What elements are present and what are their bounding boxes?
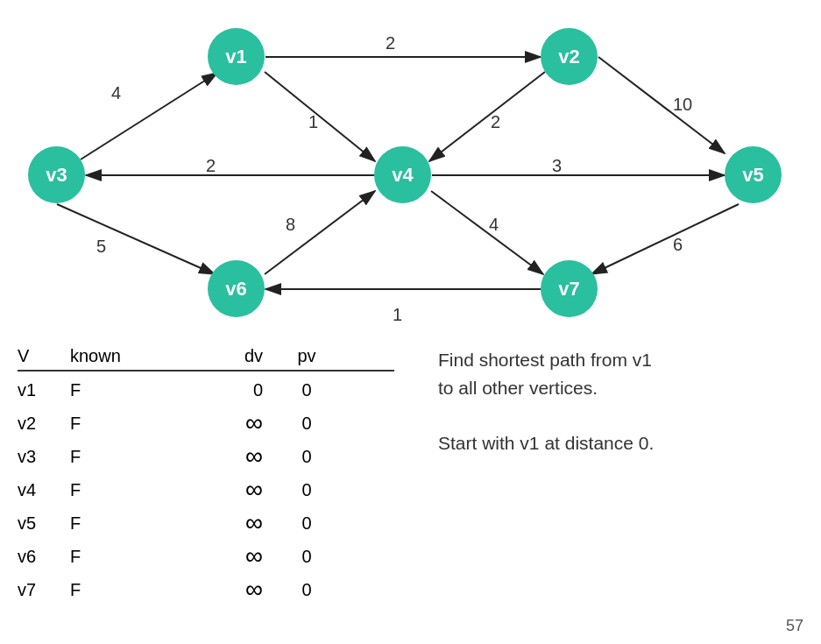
edge-label-v2-v4: 2 (491, 112, 500, 132)
desc-line1: Find shortest path from v1 to all other … (438, 346, 806, 401)
row-v6-v: v6 (18, 547, 70, 567)
row-v5-v: v5 (18, 513, 70, 534)
edge-label-v1-v2: 2 (386, 33, 395, 53)
table-row: v1 F 0 0 (18, 375, 421, 405)
row-v3-known: F (70, 447, 175, 467)
desc-line4: Start with v1 at distance 0. (438, 429, 806, 457)
table-header: V known dv pv (18, 346, 421, 366)
node-v5: v5 (725, 146, 782, 203)
row-v4-pv: 0 (280, 480, 333, 500)
row-v1-known: F (70, 380, 175, 400)
header-pv: pv (280, 346, 333, 366)
node-v3: v3 (28, 146, 85, 203)
edge-v4-v7 (431, 191, 543, 274)
row-v2-pv: 0 (280, 414, 333, 434)
table-row: v7 F ∞ 0 (18, 575, 421, 605)
row-v1-pv: 0 (280, 380, 333, 400)
table-row: v3 F ∞ 0 (18, 442, 421, 471)
edge-v2-v4 (429, 72, 545, 161)
edge-v6-v4 (265, 191, 375, 274)
row-v5-known: F (70, 513, 175, 534)
row-v3-dv: ∞ (175, 444, 280, 469)
row-v7-known: F (70, 580, 175, 600)
edge-v5-v7 (591, 204, 739, 274)
row-v2-v: v2 (18, 414, 70, 434)
edge-label-v5-v7: 6 (673, 235, 683, 255)
row-v6-pv: 0 (280, 547, 333, 567)
node-v7: v7 (541, 260, 598, 317)
edge-v3-v1 (81, 73, 217, 159)
edge-label-v2-v5: 10 (673, 95, 692, 115)
description-area: Find shortest path from v1 to all other … (438, 346, 806, 456)
row-v6-dv: ∞ (175, 544, 280, 569)
row-v3-v: v3 (18, 447, 70, 467)
row-v7-v: v7 (18, 580, 70, 600)
row-v1-dv: 0 (175, 380, 280, 400)
page-number: 57 (786, 617, 803, 635)
table-area: V known dv pv v1 F 0 0 v2 F ∞ 0 v3 F ∞ 0… (18, 346, 421, 608)
edge-label-v4-v7: 4 (489, 215, 499, 235)
edge-label-v4-v5: 3 (552, 156, 562, 176)
node-v4: v4 (374, 146, 431, 203)
edge-v3-v6 (57, 204, 215, 274)
edge-label-v4-v3: 2 (206, 156, 216, 176)
header-dv: dv (175, 346, 280, 366)
table-divider (18, 370, 394, 372)
row-v1-v: v1 (18, 380, 70, 400)
table-row: v5 F ∞ 0 (18, 508, 421, 538)
header-known: known (70, 346, 175, 366)
edge-label-v7-v6: 1 (393, 305, 402, 325)
edge-v1-v4 (265, 72, 375, 161)
row-v4-dv: ∞ (175, 478, 280, 502)
edge-label-v1-v4: 1 (308, 112, 318, 132)
node-v2: v2 (541, 28, 598, 85)
node-v6: v6 (208, 260, 265, 317)
edge-label-v3-v1: 4 (111, 83, 121, 103)
row-v2-known: F (70, 414, 175, 434)
row-v7-pv: 0 (280, 580, 333, 600)
edge-v2-v5 (598, 57, 725, 153)
table-row: v2 F ∞ 0 (18, 408, 421, 438)
edge-label-v3-v6: 5 (96, 237, 106, 257)
row-v4-v: v4 (18, 480, 70, 500)
table-row: v4 F ∞ 0 (18, 475, 421, 505)
row-v5-dv: ∞ (175, 511, 280, 535)
row-v2-dv: ∞ (175, 411, 280, 435)
edge-label-v6-v4: 8 (286, 215, 295, 235)
table-row: v6 F ∞ 0 (18, 541, 421, 571)
row-v6-known: F (70, 547, 175, 567)
node-v1: v1 (208, 28, 265, 85)
header-v: V (18, 346, 70, 366)
row-v5-pv: 0 (280, 513, 333, 534)
row-v3-pv: 0 (280, 447, 333, 467)
row-v7-dv: ∞ (175, 577, 280, 602)
row-v4-known: F (70, 480, 175, 500)
